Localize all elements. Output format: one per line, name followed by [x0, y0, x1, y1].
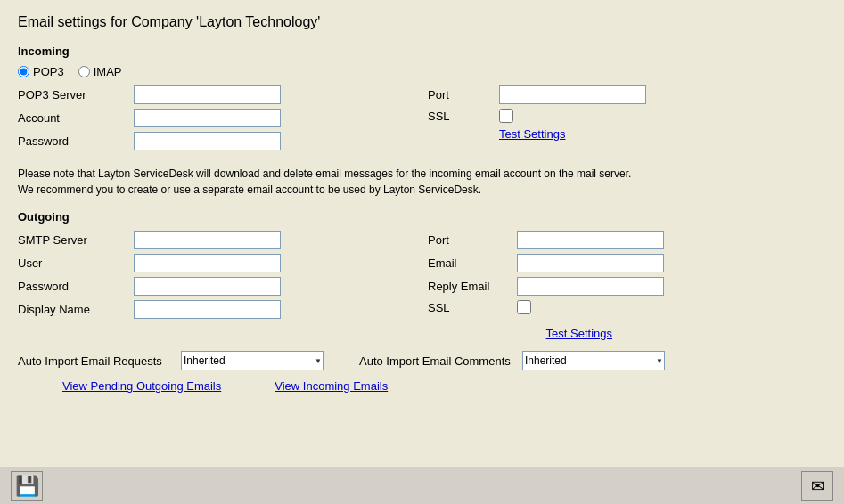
auto-import-row: Auto Import Email Requests Inherited Yes… [18, 351, 826, 370]
incoming-test-settings-link[interactable]: Test Settings [499, 127, 565, 141]
reply-email-label: Reply Email [428, 280, 517, 293]
outgoing-port-label: Port [428, 233, 517, 247]
display-name-input[interactable] [134, 300, 281, 319]
pop3-radio-item[interactable]: POP3 [18, 65, 64, 78]
floppy-icon: 💾 [15, 475, 39, 498]
incoming-section-label: Incoming [18, 45, 826, 58]
imap-radio[interactable] [78, 66, 90, 77]
outgoing-port-row: Port [428, 231, 826, 249]
pop3-server-label: POP3 Server [18, 88, 134, 102]
display-name-label: Display Name [18, 303, 134, 316]
incoming-ssl-checkbox[interactable] [499, 109, 513, 123]
reply-email-row: Reply Email [428, 277, 826, 296]
outgoing-section-label: Outgoing [18, 210, 826, 224]
auto-import-requests-item: Auto Import Email Requests Inherited Yes… [18, 351, 324, 370]
email-icon: ✉ [811, 476, 824, 496]
outgoing-password-label: Password [18, 280, 134, 293]
auto-import-comments-select[interactable]: Inherited Yes No [522, 351, 665, 370]
outgoing-right-col: Port Email Reply Email SSL [428, 231, 826, 323]
outgoing-ssl-checkbox[interactable] [517, 300, 531, 314]
smtp-server-row: SMTP Server [18, 231, 428, 249]
outgoing-port-input[interactable] [517, 231, 664, 249]
smtp-server-label: SMTP Server [18, 233, 134, 247]
notice-text: Please note that Layton ServiceDesk will… [18, 167, 631, 196]
auto-import-requests-label: Auto Import Email Requests [18, 354, 174, 368]
account-row: Account [18, 109, 428, 127]
save-button[interactable]: 💾 [11, 471, 43, 501]
pop3-server-input[interactable] [134, 85, 281, 104]
incoming-test-row: Test Settings [428, 127, 826, 141]
outgoing-section: Outgoing SMTP Server User Password Displ… [18, 210, 826, 340]
incoming-port-label: Port [428, 88, 499, 102]
view-incoming-link[interactable]: View Incoming Emails [275, 379, 388, 393]
view-pending-link[interactable]: View Pending Outgoing Emails [62, 379, 221, 393]
imap-radio-item[interactable]: IMAP [78, 65, 122, 78]
user-input[interactable] [134, 254, 281, 272]
smtp-server-input[interactable] [134, 231, 281, 249]
incoming-section: Incoming POP3 IMAP POP3 Server Account [18, 45, 826, 155]
pop3-label: POP3 [33, 65, 64, 78]
user-label: User [18, 256, 134, 270]
pop3-server-row: POP3 Server [18, 85, 428, 104]
outgoing-form: SMTP Server User Password Display Name [18, 231, 826, 323]
reply-email-input[interactable] [517, 277, 664, 296]
incoming-ssl-label: SSL [428, 110, 499, 123]
pop3-radio[interactable] [18, 66, 29, 77]
auto-import-comments-label: Auto Import Email Comments [359, 354, 515, 368]
links-row: View Pending Outgoing Emails View Incomi… [62, 379, 826, 393]
account-input[interactable] [134, 109, 281, 127]
incoming-password-label: Password [18, 134, 134, 148]
account-label: Account [18, 111, 134, 125]
outgoing-ssl-label: SSL [428, 301, 517, 314]
incoming-password-row: Password [18, 132, 428, 150]
email-input[interactable] [517, 254, 664, 272]
display-name-row: Display Name [18, 300, 428, 319]
incoming-right-col: Port SSL Test Settings [428, 85, 826, 155]
bottom-bar: 💾 ✉ [0, 467, 844, 504]
incoming-port-row: Port [428, 85, 826, 104]
page-title: Email settings for Company 'Layton Techn… [18, 14, 826, 30]
email-label: Email [428, 256, 517, 270]
protocol-radio-row: POP3 IMAP [18, 65, 826, 78]
auto-import-requests-select[interactable]: Inherited Yes No [181, 351, 324, 370]
auto-import-comments-item: Auto Import Email Comments Inherited Yes… [359, 351, 665, 370]
outgoing-left-col: SMTP Server User Password Display Name [18, 231, 428, 323]
imap-label: IMAP [94, 65, 122, 78]
outgoing-password-input[interactable] [134, 277, 281, 296]
outgoing-password-row: Password [18, 277, 428, 296]
incoming-password-input[interactable] [134, 132, 281, 150]
email-button[interactable]: ✉ [801, 471, 833, 501]
page-container: Email settings for Company 'Layton Techn… [0, 0, 844, 504]
outgoing-ssl-row: SSL [428, 300, 826, 314]
auto-import-requests-dropdown-wrapper[interactable]: Inherited Yes No [181, 351, 324, 370]
email-row: Email [428, 254, 826, 272]
outgoing-test-settings-link[interactable]: Test Settings [546, 327, 612, 340]
notice-box: Please note that Layton ServiceDesk will… [18, 166, 749, 198]
incoming-port-input[interactable] [499, 85, 646, 104]
auto-import-comments-dropdown-wrapper[interactable]: Inherited Yes No [522, 351, 665, 370]
incoming-left-col: POP3 Server Account Password [18, 85, 428, 155]
user-row: User [18, 254, 428, 272]
incoming-form: POP3 Server Account Password Port [18, 85, 826, 155]
incoming-ssl-row: SSL [428, 109, 826, 123]
